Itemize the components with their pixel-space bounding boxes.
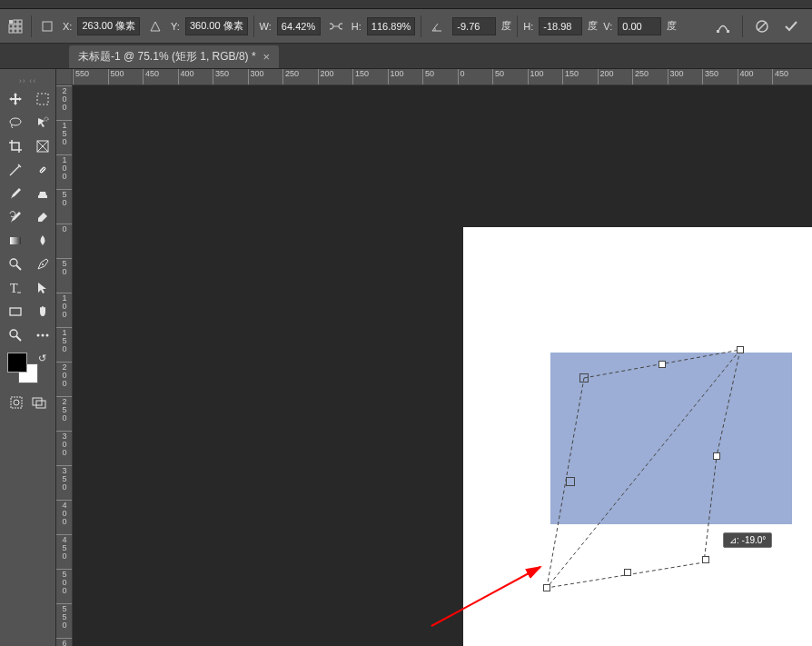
- pen-tool-icon[interactable]: [31, 254, 54, 274]
- svg-rect-9: [43, 22, 52, 31]
- color-swatches[interactable]: ↺: [7, 353, 48, 383]
- healing-tool-icon[interactable]: [31, 160, 54, 180]
- svg-rect-7: [14, 29, 17, 33]
- interpolation-icon[interactable]: [713, 16, 733, 36]
- transform-tooltip: ⊿: -19.0°: [723, 532, 772, 548]
- history-brush-tool-icon[interactable]: [4, 207, 27, 227]
- v-label: V:: [603, 21, 612, 32]
- svg-point-25: [42, 263, 44, 265]
- link-icon[interactable]: [326, 16, 346, 36]
- ruler-tick: 400: [56, 500, 73, 526]
- transform-handle[interactable]: [659, 361, 666, 368]
- marquee-tool-icon[interactable]: [31, 89, 54, 109]
- ruler-tick: 150: [352, 69, 369, 85]
- svg-line-30: [16, 336, 21, 341]
- ruler-horizontal[interactable]: 5505004504003503002502001501005005010015…: [73, 69, 812, 85]
- quick-mask-icon[interactable]: [5, 393, 28, 412]
- ruler-tick: 450: [56, 534, 73, 561]
- x-input[interactable]: 263.00 像素: [77, 17, 140, 35]
- document-tab[interactable]: 未标题-1 @ 75.1% (矩形 1, RGB/8) * ×: [69, 45, 279, 68]
- commit-icon[interactable]: [781, 16, 801, 36]
- ruler-origin[interactable]: [56, 69, 73, 85]
- y-label: Y:: [171, 21, 180, 32]
- ruler-tick: 150: [56, 120, 73, 146]
- ruler-tick: 250: [282, 69, 299, 85]
- crop-tool-icon[interactable]: [4, 136, 27, 156]
- ruler-tick: 100: [56, 154, 73, 181]
- clone-stamp-tool-icon[interactable]: [31, 184, 54, 204]
- ruler-tick: 350: [702, 69, 718, 85]
- eraser-tool-icon[interactable]: [31, 207, 54, 227]
- transform-handle[interactable]: [624, 569, 631, 576]
- ruler-tick: 450: [772, 69, 788, 85]
- h-input[interactable]: 116.89%: [367, 17, 415, 35]
- quick-select-tool-icon[interactable]: [31, 113, 54, 133]
- w-input[interactable]: 64.42%: [277, 17, 321, 35]
- ruler-tick: 600: [56, 638, 73, 646]
- gradient-tool-icon[interactable]: [4, 231, 27, 251]
- anchor-reference-icon[interactable]: [5, 16, 25, 36]
- canvas-viewport[interactable]: ⊿: -19.0°: [73, 85, 812, 646]
- svg-rect-0: [9, 20, 13, 24]
- h-skew-input[interactable]: -18.98: [539, 17, 582, 35]
- dodge-tool-icon[interactable]: [4, 254, 27, 274]
- options-bar: X: 263.00 像素 Y: 360.00 像素 W: 64.42% H: 1…: [0, 9, 812, 44]
- path-select-tool-icon[interactable]: [31, 278, 54, 298]
- ruler-tick: 350: [56, 465, 73, 492]
- ruler-vertical[interactable]: 2001501005005010015020025030035040045050…: [56, 85, 73, 646]
- eyedropper-tool-icon[interactable]: [4, 160, 27, 180]
- close-icon[interactable]: ×: [263, 50, 271, 64]
- tab-strip: 未标题-1 @ 75.1% (矩形 1, RGB/8) * ×: [0, 44, 812, 69]
- svg-point-16: [45, 117, 48, 121]
- ruler-tick: 250: [632, 69, 649, 85]
- zoom-tool-icon[interactable]: [4, 325, 27, 345]
- rectangle-tool-icon[interactable]: [4, 302, 27, 322]
- svg-rect-36: [33, 398, 42, 405]
- svg-rect-34: [11, 397, 22, 408]
- ruler-tick: 550: [73, 69, 89, 85]
- delta-icon[interactable]: [145, 16, 165, 36]
- svg-line-13: [758, 23, 766, 30]
- transform-handle[interactable]: [702, 556, 709, 563]
- more-tools-icon[interactable]: [31, 325, 54, 345]
- swap-colors-icon[interactable]: ↺: [38, 353, 46, 364]
- v-unit: 度: [667, 19, 677, 33]
- screen-mode-icon[interactable]: [28, 393, 51, 412]
- ruler-tick: 500: [56, 569, 73, 595]
- v-skew-input[interactable]: 0.00: [618, 17, 661, 35]
- y-input[interactable]: 360.00 像素: [185, 17, 248, 35]
- transform-handle[interactable]: [713, 452, 720, 460]
- h2-label: H:: [523, 21, 533, 32]
- ruler-tick: 100: [388, 69, 404, 85]
- angle-input[interactable]: -9.76: [452, 17, 496, 35]
- frame-tool-icon[interactable]: [31, 136, 54, 156]
- angle-unit: 度: [501, 19, 511, 33]
- transform-handle[interactable]: [579, 373, 589, 383]
- ruler-tick: 250: [56, 396, 73, 422]
- cancel-icon[interactable]: [752, 16, 772, 36]
- x-label: X:: [63, 21, 72, 32]
- svg-point-15: [10, 118, 21, 125]
- foreground-swatch[interactable]: [7, 353, 27, 373]
- ruler-tick: 400: [178, 69, 194, 85]
- hand-tool-icon[interactable]: [31, 302, 54, 322]
- svg-rect-37: [36, 401, 45, 408]
- svg-rect-1: [14, 20, 17, 24]
- svg-rect-4: [14, 25, 17, 28]
- lasso-tool-icon[interactable]: [4, 113, 27, 133]
- tab-title: 未标题-1 @ 75.1% (矩形 1, RGB/8) *: [78, 49, 256, 65]
- svg-point-23: [10, 259, 17, 266]
- transform-handle[interactable]: [737, 346, 744, 353]
- blur-tool-icon[interactable]: [31, 231, 54, 251]
- transform-handle[interactable]: [566, 477, 575, 486]
- ruler-tick: 300: [248, 69, 264, 85]
- svg-rect-11: [727, 30, 729, 33]
- w-label: W:: [260, 21, 272, 32]
- transform-handle[interactable]: [543, 584, 550, 591]
- ruler-tick: 50: [422, 69, 434, 85]
- relative-position-icon[interactable]: [37, 16, 57, 36]
- type-tool-icon[interactable]: T: [4, 278, 27, 298]
- brush-tool-icon[interactable]: [4, 184, 27, 204]
- svg-rect-2: [18, 20, 22, 24]
- move-tool-icon[interactable]: [4, 89, 27, 109]
